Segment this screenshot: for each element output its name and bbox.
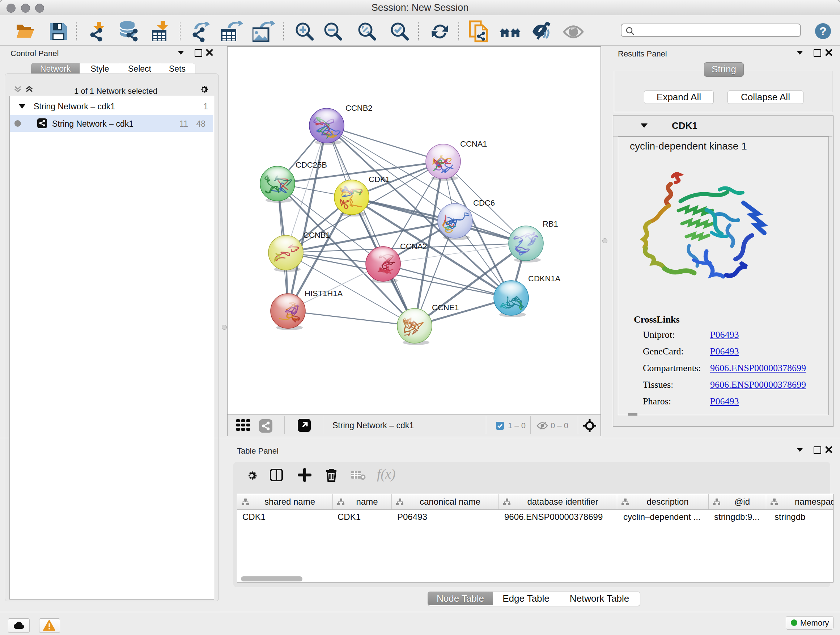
- svg-text:CCNA1: CCNA1: [460, 139, 487, 149]
- svg-text:CDK1: CDK1: [369, 175, 390, 184]
- svg-text:CCNB2: CCNB2: [346, 103, 373, 112]
- svg-text:CCNE1: CCNE1: [432, 303, 459, 312]
- svg-text:RB1: RB1: [543, 219, 558, 228]
- svg-text:CCNA2: CCNA2: [400, 242, 427, 251]
- svg-text:?: ?: [819, 25, 827, 38]
- svg-text:HIST1H1A: HIST1H1A: [305, 289, 343, 298]
- svg-text:CDC6: CDC6: [473, 198, 495, 207]
- svg-text:CDC25B: CDC25B: [295, 160, 327, 169]
- svg-text:CDKN1A: CDKN1A: [528, 274, 561, 283]
- svg-text:CCNB1: CCNB1: [303, 231, 330, 240]
